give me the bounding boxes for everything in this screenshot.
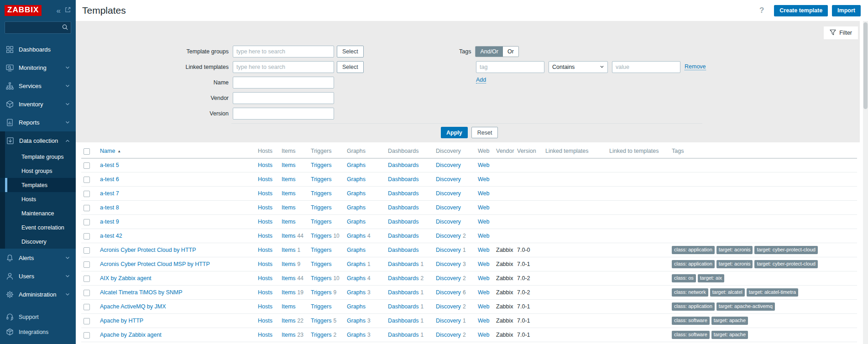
- triggers-link[interactable]: Triggers: [311, 162, 331, 168]
- sidebar-item-dashboards[interactable]: Dashboards: [0, 40, 76, 58]
- triggers-link[interactable]: Triggers: [311, 275, 331, 281]
- row-checkbox[interactable]: [84, 191, 90, 197]
- triggers-link[interactable]: Triggers: [311, 318, 331, 324]
- hosts-link[interactable]: Hosts: [258, 332, 272, 338]
- reset-button[interactable]: Reset: [471, 127, 498, 138]
- vertical-scrollbar[interactable]: [863, 21, 868, 344]
- dashboards-link[interactable]: Dashboards: [388, 289, 418, 296]
- hosts-link[interactable]: Hosts: [258, 190, 272, 197]
- template-name-link[interactable]: Apache by HTTP: [100, 318, 143, 324]
- template-name-link[interactable]: a-test 5: [100, 162, 119, 168]
- graphs-link[interactable]: Graphs: [347, 318, 366, 324]
- sort-by-name-link[interactable]: Name: [100, 148, 115, 154]
- hosts-link[interactable]: Hosts: [258, 261, 272, 267]
- dashboards-link[interactable]: Dashboards: [388, 275, 418, 281]
- hosts-link[interactable]: Hosts: [258, 318, 272, 324]
- web-link[interactable]: Web: [478, 162, 489, 168]
- items-link[interactable]: Items: [282, 261, 296, 267]
- sidebar-item-event-correlation[interactable]: Event correlation: [0, 220, 76, 235]
- graphs-link[interactable]: Graphs: [347, 332, 366, 338]
- create-template-button[interactable]: Create template: [774, 5, 828, 16]
- sidebar-item-support[interactable]: Support: [0, 309, 76, 324]
- graphs-link[interactable]: Graphs: [347, 303, 366, 310]
- template-groups-input[interactable]: [233, 46, 334, 57]
- tag-add-link[interactable]: Add: [476, 77, 486, 83]
- items-link[interactable]: Items: [282, 247, 296, 253]
- select-all-checkbox[interactable]: [84, 148, 90, 155]
- graphs-link[interactable]: Graphs: [347, 247, 366, 253]
- template-name-link[interactable]: a-test 8: [100, 204, 119, 211]
- hosts-link[interactable]: Hosts: [258, 219, 272, 225]
- scrollbar-thumb[interactable]: [863, 22, 868, 109]
- help-icon[interactable]: ?: [759, 6, 764, 15]
- discovery-link[interactable]: Discovery: [436, 233, 461, 239]
- web-link[interactable]: Web: [478, 318, 489, 324]
- hosts-link[interactable]: Hosts: [258, 204, 272, 211]
- web-link[interactable]: Web: [478, 332, 489, 338]
- sidebar-item-monitoring[interactable]: Monitoring: [0, 58, 76, 77]
- dashboards-link[interactable]: Dashboards: [388, 261, 418, 267]
- template-name-link[interactable]: Acronis Cyber Protect Cloud MSP by HTTP: [100, 261, 210, 267]
- sidebar-item-reports[interactable]: Reports: [0, 113, 76, 131]
- template-name-link[interactable]: Apache ActiveMQ by JMX: [100, 303, 166, 310]
- triggers-link[interactable]: Triggers: [311, 219, 331, 225]
- discovery-link[interactable]: Discovery: [436, 162, 461, 168]
- triggers-link[interactable]: Triggers: [311, 176, 331, 182]
- triggers-link[interactable]: Triggers: [311, 289, 331, 296]
- web-link[interactable]: Web: [478, 233, 489, 239]
- triggers-link[interactable]: Triggers: [311, 190, 331, 197]
- graphs-link[interactable]: Graphs: [347, 162, 366, 168]
- tag-value-input[interactable]: [612, 61, 680, 73]
- sidebar-item-data-collection[interactable]: Data collection: [0, 131, 76, 150]
- sidebar-item-alerts[interactable]: Alerts: [0, 249, 76, 267]
- web-link[interactable]: Web: [478, 219, 489, 225]
- dashboards-link[interactable]: Dashboards: [388, 303, 418, 310]
- items-link[interactable]: Items: [282, 219, 296, 225]
- graphs-link[interactable]: Graphs: [347, 233, 366, 239]
- sidebar-item-template-groups[interactable]: Template groups: [0, 150, 76, 164]
- collapse-sidebar-icon[interactable]: «: [57, 7, 61, 15]
- dashboards-link[interactable]: Dashboards: [388, 162, 418, 168]
- discovery-link[interactable]: Discovery: [436, 219, 461, 225]
- web-link[interactable]: Web: [478, 204, 489, 211]
- template-name-link[interactable]: a-test 9: [100, 219, 119, 225]
- sidebar-item-discovery[interactable]: Discovery: [0, 235, 76, 249]
- row-checkbox[interactable]: [84, 177, 90, 183]
- triggers-link[interactable]: Triggers: [311, 261, 331, 267]
- triggers-link[interactable]: Triggers: [311, 332, 331, 338]
- discovery-link[interactable]: Discovery: [436, 275, 461, 281]
- row-checkbox[interactable]: [84, 233, 90, 240]
- web-link[interactable]: Web: [478, 289, 489, 296]
- template-name-link[interactable]: AIX by Zabbix agent: [100, 275, 152, 281]
- filter-tab[interactable]: Filter: [824, 26, 858, 39]
- linked-templates-input[interactable]: [233, 61, 334, 73]
- linked-templates-select-button[interactable]: Select: [337, 61, 364, 73]
- triggers-link[interactable]: Triggers: [311, 303, 331, 310]
- discovery-link[interactable]: Discovery: [436, 247, 461, 253]
- sidebar-item-administration[interactable]: Administration: [0, 285, 76, 303]
- dashboards-link[interactable]: Dashboards: [388, 219, 418, 225]
- sidebar-item-host-groups[interactable]: Host groups: [0, 164, 76, 178]
- sidebar-item-integrations[interactable]: Integrations: [0, 324, 76, 339]
- web-link[interactable]: Web: [478, 275, 489, 281]
- web-link[interactable]: Web: [478, 247, 489, 253]
- items-link[interactable]: Items: [282, 162, 296, 168]
- graphs-link[interactable]: Graphs: [347, 275, 366, 281]
- template-name-link[interactable]: Alcatel Timetra TiMOS by SNMP: [100, 289, 183, 296]
- popout-icon[interactable]: [64, 6, 71, 15]
- sidebar-item-hosts[interactable]: Hosts: [0, 192, 76, 206]
- dashboards-link[interactable]: Dashboards: [388, 190, 418, 197]
- triggers-link[interactable]: Triggers: [311, 204, 331, 211]
- sidebar-item-users[interactable]: Users: [0, 267, 76, 285]
- discovery-link[interactable]: Discovery: [436, 190, 461, 197]
- dashboards-link[interactable]: Dashboards: [388, 318, 418, 324]
- items-link[interactable]: Items: [282, 275, 296, 281]
- dashboards-link[interactable]: Dashboards: [388, 204, 418, 211]
- items-link[interactable]: Items: [282, 303, 296, 310]
- sidebar-item-services[interactable]: Services: [0, 77, 76, 95]
- import-button[interactable]: Import: [832, 5, 861, 16]
- discovery-link[interactable]: Discovery: [436, 332, 461, 338]
- row-checkbox[interactable]: [84, 332, 90, 339]
- sidebar-item-templates[interactable]: Templates: [0, 178, 76, 192]
- tag-operator-select[interactable]: Contains: [549, 61, 608, 73]
